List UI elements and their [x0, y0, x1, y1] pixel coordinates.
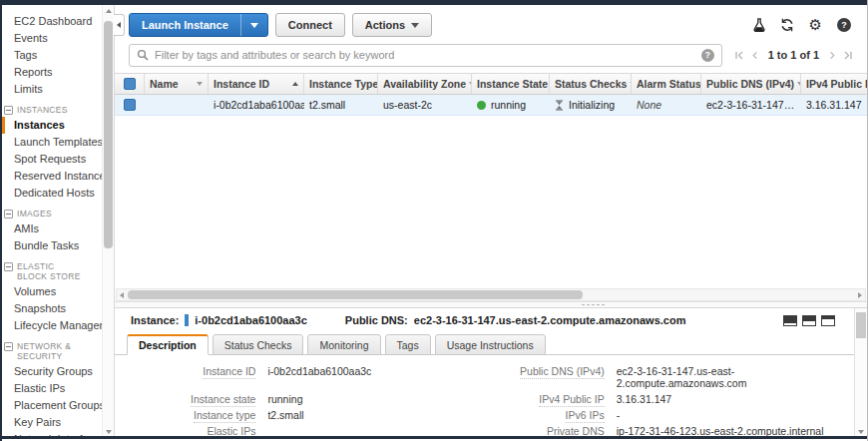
tab-description[interactable]: Description	[127, 334, 209, 355]
scroll-down-icon[interactable]	[858, 430, 864, 434]
column-label: Instance ID	[214, 78, 269, 90]
filter-input[interactable]	[155, 49, 701, 61]
details-tabs: Description Status Checks Monitoring Tag…	[115, 332, 867, 355]
sort-asc-icon	[292, 82, 298, 86]
prev-page-button[interactable]	[751, 51, 759, 60]
toolbar-right-icons: ⚙ ?	[753, 18, 857, 32]
launch-instance-button[interactable]: Launch Instance	[129, 13, 268, 37]
sidebar-item-instances[interactable]: Instances	[2, 117, 102, 134]
pane-layout-bottom-icon[interactable]	[821, 315, 835, 326]
sidebar-item-bundle-tasks[interactable]: Bundle Tasks	[2, 237, 102, 254]
collapse-minus-icon[interactable]	[4, 106, 13, 115]
sidebar-item-events[interactable]: Events	[2, 30, 102, 47]
horizontal-scrollbar-thumb[interactable]	[128, 290, 583, 299]
instance-table-row[interactable]: i-0b2cd1aba6100aa3c t2.small us-east-2c …	[115, 95, 867, 116]
refresh-icon[interactable]	[780, 18, 794, 32]
sidebar-item-limits[interactable]: Limits	[2, 81, 102, 98]
sidebar-item-volumes[interactable]: Volumes	[2, 283, 102, 300]
section-label: ELASTIC BLOCK STORE	[17, 261, 83, 281]
sidebar-item-lifecycle-manager[interactable]: Lifecycle Manager	[2, 317, 102, 334]
sidebar-item-reserved-instances[interactable]: Reserved Instances	[2, 168, 102, 185]
cell-public-dns: ec2-3-16-31-147.us-ea...	[701, 95, 801, 115]
column-label: Instance Type	[309, 78, 378, 90]
connect-button[interactable]: Connect	[275, 13, 345, 37]
launch-instance-dropdown[interactable]	[240, 14, 267, 36]
instance-state-text: running	[491, 99, 526, 111]
tab-usage-instructions[interactable]: Usage Instructions	[435, 334, 546, 355]
tab-status-checks[interactable]: Status Checks	[213, 334, 304, 355]
collapse-minus-icon[interactable]	[4, 262, 13, 271]
row-checkbox[interactable]	[124, 99, 136, 111]
sidebar-collapse-button[interactable]	[114, 14, 125, 36]
column-header-instance-id[interactable]: Instance ID	[209, 74, 304, 94]
scroll-down-icon[interactable]	[106, 430, 112, 434]
column-header-availability-zone[interactable]: Availability Zone	[378, 74, 472, 94]
pane-layout-split-icon[interactable]	[802, 315, 816, 326]
sidebar-section-elastic-block-store[interactable]: ELASTIC BLOCK STORE	[4, 261, 102, 281]
field-label: Public DNS (IPv4)	[457, 363, 617, 391]
actions-button[interactable]: Actions	[352, 13, 432, 37]
experiments-flask-icon[interactable]	[753, 18, 765, 32]
collapse-minus-icon[interactable]	[4, 342, 13, 351]
connect-label: Connect	[288, 19, 332, 31]
sidebar-item-snapshots[interactable]: Snapshots	[2, 300, 102, 317]
sidebar-item-launch-templates[interactable]: Launch Templates	[2, 134, 102, 151]
column-header-ipv4-public-ip[interactable]: IPv4 Public IP	[801, 74, 867, 94]
field-value-ipv6-ips: -	[617, 407, 853, 423]
pagination-range: 1 to 1 of 1	[768, 49, 819, 61]
sidebar-item-security-groups[interactable]: Security Groups	[2, 363, 102, 380]
scroll-up-icon[interactable]	[106, 9, 112, 13]
sidebar-item-amis[interactable]: AMIs	[2, 220, 102, 237]
alarm-bell-icon[interactable]	[701, 100, 708, 111]
first-page-button[interactable]	[734, 51, 744, 60]
sidebar-item-placement-groups[interactable]: Placement Groups	[2, 397, 102, 414]
column-header-status-checks[interactable]: Status Checks	[550, 74, 632, 94]
sidebar-section-images[interactable]: IMAGES	[4, 209, 102, 219]
next-page-button[interactable]	[828, 51, 836, 60]
tab-monitoring[interactable]: Monitoring	[307, 334, 380, 355]
tab-tags[interactable]: Tags	[385, 334, 431, 355]
column-label: Availability Zone	[383, 78, 466, 90]
cell-ipv4-public-ip: 3.16.31.147	[801, 95, 867, 115]
cell-instance-type: t2.small	[304, 95, 378, 115]
pane-layout-full-icon[interactable]	[783, 315, 797, 326]
collapse-minus-icon[interactable]	[4, 210, 13, 219]
sidebar-scrollbar[interactable]	[102, 5, 115, 438]
sidebar-item-dedicated-hosts[interactable]: Dedicated Hosts	[2, 185, 102, 202]
filter-help-icon[interactable]: ?	[701, 49, 714, 62]
column-header-name[interactable]: Name	[145, 74, 209, 94]
sidebar-scrollbar-thumb[interactable]	[104, 21, 113, 248]
instance-id-marker	[185, 314, 189, 326]
help-icon[interactable]: ?	[837, 18, 851, 32]
sidebar-item-key-pairs[interactable]: Key Pairs	[2, 414, 102, 431]
sidebar-item-elastic-ips[interactable]: Elastic IPs	[2, 380, 102, 397]
sidebar-item-spot-requests[interactable]: Spot Requests	[2, 151, 102, 168]
column-label: Alarm Status	[637, 78, 701, 90]
column-header-instance-state[interactable]: Instance State	[472, 74, 550, 94]
column-header-instance-type[interactable]: Instance Type	[304, 74, 378, 94]
filter-search-box[interactable]: ?	[129, 44, 722, 67]
sidebar-item-reports[interactable]: Reports	[2, 64, 102, 81]
sidebar-item-tags[interactable]: Tags	[2, 47, 102, 64]
select-all-checkbox[interactable]	[124, 78, 136, 90]
details-scrollbar[interactable]	[854, 308, 867, 438]
splitter-grip-icon[interactable]	[581, 303, 607, 307]
horizontal-scrollbar-track[interactable]	[124, 290, 858, 299]
details-scrollbar-thumb[interactable]	[856, 312, 866, 338]
cell-status-checks: Initializing	[550, 95, 632, 115]
column-label: IPv4 Public IP	[806, 78, 867, 90]
scroll-right-icon[interactable]	[858, 292, 862, 298]
column-header-public-dns[interactable]: Public DNS (IPv4)	[701, 74, 801, 94]
ec2-console-window: EC2 Dashboard Events Tags Reports Limits…	[0, 0, 868, 441]
field-label: Instance state	[115, 391, 267, 407]
running-state-icon	[477, 101, 486, 110]
section-label: NETWORK & SECURITY	[17, 341, 83, 361]
column-header-alarm-status[interactable]: Alarm Status	[632, 74, 701, 94]
settings-gear-icon[interactable]: ⚙	[809, 18, 822, 32]
horizontal-scrollbar[interactable]	[116, 288, 866, 301]
panel-resize-splitter[interactable]	[115, 301, 867, 308]
sidebar-section-instances[interactable]: INSTANCES	[4, 105, 102, 115]
last-page-button[interactable]	[843, 51, 853, 60]
sidebar-section-network-security[interactable]: NETWORK & SECURITY	[4, 341, 102, 361]
sidebar-item-ec2-dashboard[interactable]: EC2 Dashboard	[2, 13, 102, 30]
